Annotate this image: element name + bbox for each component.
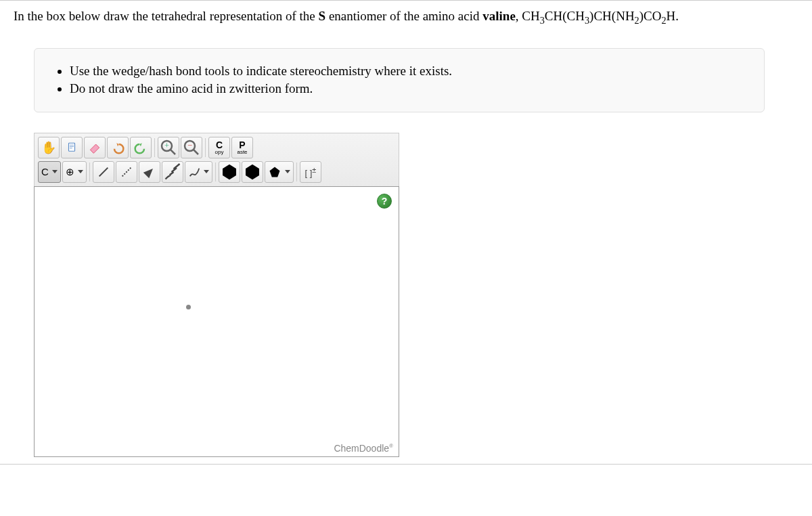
chemdoodle-brand: ChemDoodle® bbox=[334, 443, 393, 454]
redo-icon bbox=[134, 141, 148, 154]
divider bbox=[154, 138, 155, 157]
question-text: In the box below draw the tetrahedral re… bbox=[14, 7, 798, 28]
question-bold-s: S bbox=[319, 9, 326, 23]
question-bold-valine: valine bbox=[482, 9, 516, 23]
svg-text:+: + bbox=[164, 141, 169, 150]
element-picker[interactable]: C bbox=[38, 161, 61, 183]
formula-mid2: )CH(NH bbox=[589, 9, 635, 23]
divider bbox=[205, 138, 206, 157]
zoom-in-icon: + bbox=[158, 137, 179, 158]
divider bbox=[296, 163, 297, 181]
formula-mid1: CH(CH bbox=[545, 9, 585, 23]
zoom-out-icon: − bbox=[181, 137, 202, 158]
clear-tool[interactable] bbox=[61, 137, 83, 158]
formula-sub4: 2 bbox=[661, 15, 666, 26]
instruction-2: Do not draw the amino acid in zwitterion… bbox=[70, 80, 744, 98]
wedge-icon bbox=[143, 166, 156, 178]
paste-label-small: aste bbox=[237, 150, 247, 155]
help-label: ? bbox=[382, 196, 388, 207]
toolbar-row-1: ✋ + − bbox=[37, 135, 397, 160]
hexagon-icon bbox=[219, 162, 240, 182]
copy-label-small: opy bbox=[215, 150, 224, 155]
undo-button[interactable] bbox=[107, 137, 129, 158]
eraser-icon bbox=[88, 141, 102, 154]
canvas-center-dot bbox=[186, 305, 191, 309]
svg-marker-7 bbox=[223, 165, 236, 180]
formula-sub1: 3 bbox=[540, 15, 545, 26]
question-mid: enantiomer of the amino acid bbox=[325, 9, 482, 23]
toolbar-row-2: C ⊕ bbox=[37, 160, 397, 184]
wavy-bond-picker[interactable] bbox=[185, 161, 212, 183]
formula-end: H. bbox=[667, 9, 679, 23]
divider bbox=[215, 163, 216, 181]
add-atom-picker[interactable]: ⊕ bbox=[62, 161, 87, 183]
partial-bond-tool[interactable] bbox=[116, 161, 137, 183]
wedge-bond-tool[interactable] bbox=[139, 161, 160, 183]
single-bond-tool[interactable] bbox=[93, 161, 114, 183]
paste-label-big: P bbox=[239, 140, 245, 150]
drawing-canvas[interactable]: ? ChemDoodle® bbox=[34, 186, 399, 457]
plus-circle-icon: ⊕ bbox=[66, 166, 74, 178]
element-label: C bbox=[41, 166, 49, 177]
charge-bracket: [ ] bbox=[304, 168, 312, 178]
divider bbox=[89, 163, 90, 181]
caret-icon bbox=[204, 170, 209, 173]
charge-tool[interactable]: [ ]± bbox=[300, 161, 321, 183]
hash-bond-tool[interactable] bbox=[162, 161, 183, 183]
wavy-bond-icon bbox=[188, 166, 200, 178]
formula-sub3: 2 bbox=[635, 15, 639, 26]
cyclohexane-tool[interactable] bbox=[219, 161, 240, 183]
undo-icon bbox=[111, 141, 125, 154]
benzene-icon bbox=[242, 162, 263, 182]
document-icon bbox=[66, 142, 78, 154]
svg-point-9 bbox=[249, 169, 256, 175]
question-area: In the box below draw the tetrahedral re… bbox=[0, 0, 812, 465]
caret-icon bbox=[78, 170, 83, 173]
instructions-list: Use the wedge/hash bond tools to indicat… bbox=[55, 62, 744, 98]
help-button[interactable]: ? bbox=[377, 194, 392, 209]
erase-tool[interactable] bbox=[84, 137, 106, 158]
caret-icon bbox=[52, 170, 58, 173]
partial-bond-icon bbox=[122, 167, 131, 177]
redo-button[interactable] bbox=[130, 137, 152, 158]
hash-wedge-icon bbox=[162, 162, 183, 182]
brand-mark: ® bbox=[389, 443, 393, 449]
pentagon-icon bbox=[268, 165, 281, 179]
svg-line-5 bbox=[194, 149, 199, 154]
hand-icon: ✋ bbox=[41, 140, 56, 155]
instructions-box: Use the wedge/hash bond tools to indicat… bbox=[34, 48, 765, 112]
formula-mid3: )CO bbox=[639, 9, 662, 23]
zoom-in-button[interactable]: + bbox=[158, 137, 179, 158]
benzene-tool[interactable] bbox=[242, 161, 263, 183]
charge-icon: [ ]± bbox=[304, 166, 316, 178]
svg-line-2 bbox=[171, 149, 176, 154]
toolbar: ✋ + − bbox=[34, 133, 399, 186]
move-tool[interactable]: ✋ bbox=[38, 137, 60, 158]
instruction-1: Use the wedge/hash bond tools to indicat… bbox=[70, 62, 744, 81]
question-prefix: In the box below draw the tetrahedral re… bbox=[14, 9, 319, 23]
paste-button[interactable]: P aste bbox=[231, 137, 253, 158]
single-bond-icon bbox=[99, 167, 108, 177]
ring-picker[interactable] bbox=[265, 161, 294, 183]
caret-icon bbox=[285, 170, 290, 173]
svg-marker-10 bbox=[269, 167, 279, 177]
brand-text: ChemDoodle bbox=[334, 443, 389, 454]
charge-sup: ± bbox=[312, 166, 316, 174]
formula-prefix: , CH bbox=[516, 9, 540, 23]
chem-editor: ✋ + − bbox=[34, 133, 399, 457]
copy-label-big: C bbox=[216, 140, 223, 150]
copy-button[interactable]: C opy bbox=[208, 137, 230, 158]
zoom-out-button[interactable]: − bbox=[181, 137, 202, 158]
svg-text:−: − bbox=[187, 141, 192, 150]
svg-rect-0 bbox=[69, 143, 75, 151]
